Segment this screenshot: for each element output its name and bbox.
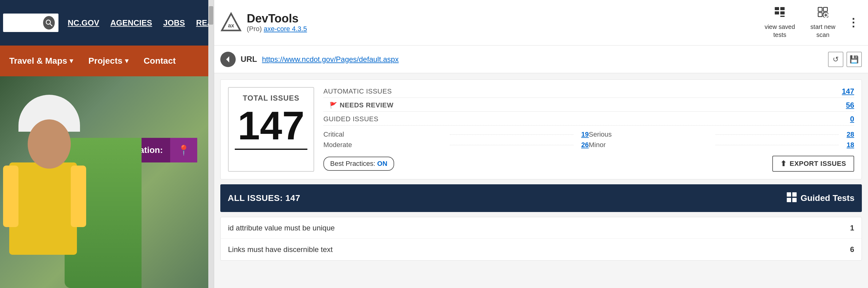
- issues-summary-card: TOTAL ISSUES 147 AUTOMATIC ISSUES 147 🚩 …: [220, 79, 862, 180]
- minor-severity: Minor 18: [589, 141, 855, 149]
- more-options-button[interactable]: ⋮: [845, 13, 862, 32]
- svg-marker-16: [226, 56, 229, 62]
- svg-rect-5: [780, 7, 785, 10]
- svg-rect-19: [787, 198, 791, 202]
- guided-issues-row: GUIDED ISSUES 0: [323, 115, 854, 126]
- svg-rect-20: [792, 198, 797, 202]
- nav-link-jobs[interactable]: JOBS: [163, 18, 185, 28]
- severity-grid: Critical 19 Serious 28 Moderate 26: [323, 130, 854, 149]
- issue-row[interactable]: Links must have discernible text 6: [221, 239, 862, 260]
- nav-contact[interactable]: Contact: [144, 56, 176, 66]
- svg-rect-7: [780, 11, 785, 14]
- axe-core-link[interactable]: axe-core 4.3.5: [264, 25, 307, 33]
- guided-tests-button[interactable]: Guided Tests: [786, 192, 855, 204]
- needs-review-row: 🚩 NEEDS REVIEW 56: [323, 101, 854, 112]
- nav-link-ncgov[interactable]: NC.GOV: [68, 18, 99, 28]
- url-label: URL: [241, 55, 257, 64]
- critical-dots: [450, 134, 573, 135]
- issues-detail: AUTOMATIC ISSUES 147 🚩 NEEDS REVIEW 56 G…: [323, 87, 854, 172]
- minor-label: Minor: [589, 141, 712, 149]
- svg-rect-4: [775, 7, 779, 10]
- top-nav: NC.GOV AGENCIES JOBS REAL TIME TRAFFIC: [0, 0, 214, 45]
- issue-count: 6: [842, 245, 854, 254]
- map-pin-icon: 📍: [178, 144, 190, 156]
- svg-rect-9: [818, 7, 822, 11]
- critical-count[interactable]: 19: [577, 130, 589, 138]
- minor-dots: [715, 145, 839, 145]
- best-practices-toggle[interactable]: Best Practices: ON: [323, 157, 394, 171]
- svg-rect-11: [818, 12, 822, 17]
- chevron-down-icon: ▾: [125, 57, 128, 65]
- export-label: EXPORT ISSUES: [789, 160, 846, 168]
- svg-rect-18: [792, 192, 797, 197]
- automatic-issues-count[interactable]: 147: [839, 87, 854, 96]
- serious-severity: Serious 28: [589, 130, 855, 138]
- search-icon[interactable]: [43, 16, 55, 30]
- devtools-logo: ax DevTools (Pro) axe-core 4.3.5: [220, 12, 307, 34]
- nav-link-agencies[interactable]: AGENCIES: [111, 18, 152, 28]
- svg-text:ax: ax: [228, 23, 234, 29]
- hero-section: Select Your Location: 📍: [0, 76, 214, 288]
- needs-review-count[interactable]: 56: [839, 101, 854, 109]
- automatic-issues-row: AUTOMATIC ISSUES 147: [323, 87, 854, 98]
- svg-rect-17: [787, 192, 791, 197]
- orange-nav: Travel & Maps ▾ Projects ▾ Contact: [0, 45, 214, 76]
- view-saved-tests-label: view savedtests: [765, 23, 795, 39]
- url-value[interactable]: https://www.ncdot.gov/Pages/default.aspx: [262, 55, 823, 64]
- moderate-dots: [450, 145, 573, 145]
- start-new-scan-button[interactable]: start newscan: [804, 3, 841, 42]
- issue-name: Links must have discernible text: [228, 245, 842, 254]
- axe-logo: ax: [220, 12, 242, 34]
- guided-tests-icon: [786, 192, 797, 204]
- view-saved-tests-button[interactable]: view savedtests: [758, 3, 801, 42]
- issue-row[interactable]: id attribute value must be unique 1: [221, 217, 862, 239]
- issues-list: id attribute value must be unique 1 Link…: [220, 217, 862, 261]
- devtools-title-group: DevTools (Pro) axe-core 4.3.5: [247, 12, 307, 33]
- start-new-scan-label: start newscan: [810, 23, 835, 39]
- flag-icon: 🚩: [330, 101, 337, 109]
- refresh-button[interactable]: ↺: [828, 52, 843, 67]
- svg-rect-8: [780, 16, 785, 17]
- scrollbar-thumb[interactable]: [209, 6, 213, 25]
- automatic-issues-label: AUTOMATIC ISSUES: [323, 87, 839, 95]
- total-underline: [235, 149, 307, 150]
- moderate-count[interactable]: 26: [577, 141, 589, 149]
- best-practices-bar: Best Practices: ON ⬆ EXPORT ISSUES: [323, 152, 854, 172]
- serious-dots: [715, 134, 839, 135]
- moderate-label: Moderate: [323, 141, 447, 149]
- total-issues-box: TOTAL ISSUES 147: [228, 87, 314, 172]
- all-issues-title: ALL ISSUES: 147: [228, 193, 300, 203]
- svg-rect-6: [775, 11, 779, 14]
- location-icon[interactable]: 📍: [170, 138, 197, 162]
- url-bar: URL https://www.ncdot.gov/Pages/default.…: [214, 45, 868, 73]
- moderate-severity: Moderate 26: [323, 141, 589, 149]
- nav-projects[interactable]: Projects ▾: [88, 56, 128, 66]
- svg-line-1: [50, 24, 52, 26]
- top-nav-links: NC.GOV AGENCIES JOBS REAL TIME TRAFFIC: [68, 18, 214, 28]
- export-issues-button[interactable]: ⬆ EXPORT ISSUES: [772, 156, 854, 172]
- hero-image: [0, 76, 142, 288]
- critical-label: Critical: [323, 130, 447, 138]
- best-practices-status: ON: [377, 160, 388, 167]
- devtools-app-name: DevTools: [247, 12, 307, 25]
- nav-travel-maps[interactable]: Travel & Maps ▾: [9, 56, 73, 66]
- scrollbar[interactable]: [208, 0, 214, 288]
- plus-icon: [817, 6, 828, 21]
- guided-tests-label: Guided Tests: [801, 193, 855, 203]
- back-button[interactable]: [220, 52, 236, 67]
- guided-issues-label: GUIDED ISSUES: [323, 115, 839, 123]
- search-input[interactable]: [7, 20, 41, 26]
- save-button[interactable]: 💾: [846, 52, 862, 67]
- total-issues-label: TOTAL ISSUES: [243, 94, 299, 102]
- minor-count[interactable]: 18: [842, 141, 854, 149]
- serious-count[interactable]: 28: [842, 130, 854, 138]
- url-actions: ↺ 💾: [828, 52, 862, 67]
- header-actions: view savedtests start newscan ⋮: [758, 3, 862, 42]
- search-box[interactable]: [3, 13, 58, 32]
- issue-name: id attribute value must be unique: [228, 224, 842, 232]
- devtools-header: ax DevTools (Pro) axe-core 4.3.5: [214, 0, 868, 45]
- issue-count: 1: [842, 224, 854, 232]
- guided-issues-count[interactable]: 0: [839, 115, 854, 123]
- devtools-panel: ax DevTools (Pro) axe-core 4.3.5: [214, 0, 868, 288]
- devtools-main-content: TOTAL ISSUES 147 AUTOMATIC ISSUES 147 🚩 …: [214, 73, 868, 288]
